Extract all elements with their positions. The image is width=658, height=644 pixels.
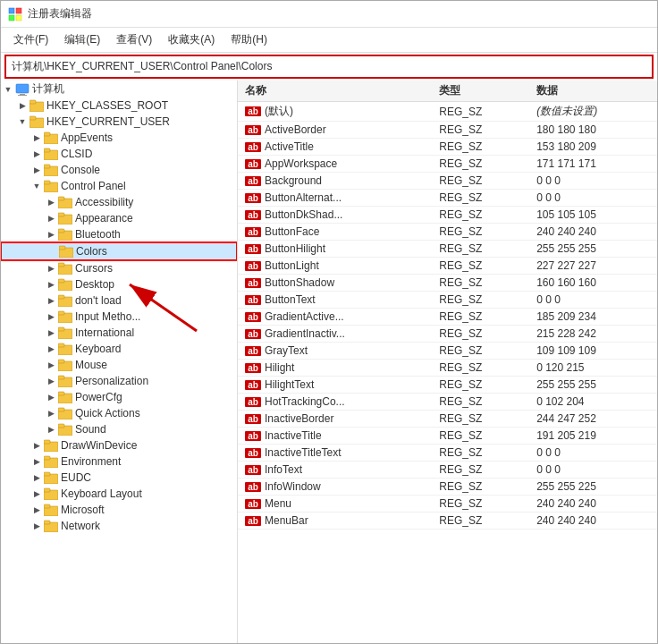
tree-item-appearance[interactable]: ▶ Appearance	[1, 210, 237, 226]
tree-item-network[interactable]: ▶ Network	[1, 518, 237, 534]
tree-item-console[interactable]: ▶ Console	[1, 162, 237, 178]
tree-expander-mouse[interactable]: ▶	[44, 358, 58, 372]
tree-expander-microsoft[interactable]: ▶	[30, 503, 44, 517]
tree-item-sound[interactable]: ▶ Sound	[1, 421, 237, 437]
table-row[interactable]: ab ButtonAlternat... REG_SZ 0 0 0	[238, 190, 657, 207]
tree-item-dontload[interactable]: ▶ don't load	[1, 292, 237, 309]
tree-item-keyboard[interactable]: ▶ Keyboard	[1, 341, 237, 357]
menu-view[interactable]: 查看(V)	[109, 30, 159, 50]
table-row[interactable]: ab GradientInactiv... REG_SZ 215 228 242	[238, 326, 657, 343]
table-row[interactable]: ab ButtonHilight REG_SZ 255 255 255	[238, 241, 657, 258]
tree-item-bluetooth[interactable]: ▶ Bluetooth	[1, 226, 237, 242]
tree-item-mouse[interactable]: ▶ Mouse	[1, 357, 237, 373]
table-row[interactable]: ab InfoText REG_SZ 0 0 0	[238, 462, 657, 479]
tree-item-eudc[interactable]: ▶ EUDC	[1, 470, 237, 486]
registry-values[interactable]: 名称 类型 数据 ab (默认) REG_SZ (数值未设置) ab Activ…	[238, 80, 657, 643]
table-row[interactable]: ab InactiveBorder REG_SZ 244 247 252	[238, 411, 657, 428]
tree-item-colors[interactable]: Colors	[1, 242, 237, 260]
tree-expander-international[interactable]: ▶	[44, 326, 58, 340]
tree-expander-bluetooth[interactable]: ▶	[44, 227, 58, 242]
tree-item-personalization[interactable]: ▶ Personalization	[1, 373, 237, 389]
col-type[interactable]: 类型	[432, 80, 529, 102]
table-row[interactable]: ab AppWorkspace REG_SZ 171 171 171	[238, 156, 657, 173]
tree-item-controlpanel[interactable]: ▼ Control Panel	[1, 178, 237, 194]
tree-expander-inputmethod[interactable]: ▶	[44, 309, 58, 324]
table-row[interactable]: ab Hilight REG_SZ 0 120 215	[238, 360, 657, 377]
tree-label-cursors: Cursors	[75, 262, 113, 275]
tree-item-desktop[interactable]: ▶ Desktop	[1, 276, 237, 292]
value-type: REG_SZ	[432, 377, 529, 394]
table-row[interactable]: ab InactiveTitleText REG_SZ 0 0 0	[238, 445, 657, 462]
menu-favorites[interactable]: 收藏夹(A)	[161, 30, 222, 50]
tree-expander-quickactions[interactable]: ▶	[44, 406, 58, 420]
value-type: REG_SZ	[432, 496, 529, 513]
tree-expander-personalization[interactable]: ▶	[44, 374, 58, 388]
tree-item-hkcr[interactable]: ▶ HKEY_CLASSES_ROOT	[1, 97, 237, 114]
table-row[interactable]: ab GrayText REG_SZ 109 109 109	[238, 343, 657, 360]
table-row[interactable]: ab ButtonFace REG_SZ 240 240 240	[238, 224, 657, 241]
table-row[interactable]: ab ButtonDkShad... REG_SZ 105 105 105	[238, 207, 657, 224]
tree-expander-accessibility[interactable]: ▶	[44, 195, 58, 209]
tree-item-drawwindevice[interactable]: ▶ DrawWinDevice	[1, 437, 237, 453]
tree-expander-dontload[interactable]: ▶	[44, 293, 58, 308]
value-type: REG_SZ	[432, 139, 529, 156]
tree-expander-keyboard[interactable]: ▶	[44, 342, 58, 356]
address-bar[interactable]: 计算机\HKEY_CURRENT_USER\Control Panel\Colo…	[4, 55, 654, 79]
tree-item-keyboardlayout[interactable]: ▶ Keyboard Layout	[1, 486, 237, 502]
tree-expander-clsid[interactable]: ▶	[30, 147, 44, 161]
tree-item-hkcu[interactable]: ▼ HKEY_CURRENT_USER	[1, 114, 237, 130]
svg-rect-12	[44, 132, 50, 136]
tree-expander-keyboardlayout[interactable]: ▶	[30, 487, 44, 501]
tree-expander-computer[interactable]: ▼	[1, 82, 15, 97]
tree-item-powercfg[interactable]: ▶ PowerCfg	[1, 389, 237, 405]
tree-expander-appearance[interactable]: ▶	[44, 211, 58, 225]
tree-expander-controlpanel[interactable]: ▼	[30, 179, 44, 193]
tree-expander-drawwindevice[interactable]: ▶	[30, 438, 44, 453]
tree-item-quickactions[interactable]: ▶ Quick Actions	[1, 405, 237, 421]
table-row[interactable]: ab ButtonText REG_SZ 0 0 0	[238, 292, 657, 309]
tree-label-drawwindevice: DrawWinDevice	[61, 439, 137, 452]
tree-expander-environment[interactable]: ▶	[30, 454, 44, 469]
col-data[interactable]: 数据	[529, 80, 657, 102]
table-row[interactable]: ab ActiveBorder REG_SZ 180 180 180	[238, 122, 657, 139]
folder-icon-console	[44, 164, 58, 176]
menu-edit[interactable]: 编辑(E)	[57, 30, 107, 50]
tree-item-appevents[interactable]: ▶ AppEvents	[1, 130, 237, 146]
tree-expander-hkcu[interactable]: ▼	[15, 114, 30, 129]
tree-expander-desktop[interactable]: ▶	[44, 277, 58, 292]
table-row[interactable]: ab ButtonLight REG_SZ 227 227 227	[238, 258, 657, 275]
tree-item-accessibility[interactable]: ▶ Accessibility	[1, 194, 237, 210]
menu-file[interactable]: 文件(F)	[6, 30, 55, 50]
tree-item-inputmethod[interactable]: ▶ Input Metho...	[1, 309, 237, 325]
tree-expander-console[interactable]: ▶	[30, 163, 44, 177]
registry-tree[interactable]: ▼ 计算机▶ HKEY_CLASSES_ROOT▼ HKEY_CURRENT_U…	[1, 80, 238, 643]
table-row[interactable]: ab HilightText REG_SZ 255 255 255	[238, 377, 657, 394]
table-row[interactable]: ab InactiveTitle REG_SZ 191 205 219	[238, 428, 657, 445]
tree-expander-eudc[interactable]: ▶	[30, 470, 44, 485]
tree-item-microsoft[interactable]: ▶ Microsoft	[1, 502, 237, 518]
tree-item-international[interactable]: ▶ International	[1, 325, 237, 341]
table-row[interactable]: ab MenuBar REG_SZ 240 240 240	[238, 513, 657, 530]
menu-help[interactable]: 帮助(H)	[224, 30, 274, 50]
col-name[interactable]: 名称	[238, 80, 432, 102]
tree-item-computer[interactable]: ▼ 计算机	[1, 80, 237, 97]
table-row[interactable]: ab HotTrackingCo... REG_SZ 0 102 204	[238, 394, 657, 411]
tree-item-environment[interactable]: ▶ Environment	[1, 453, 237, 470]
table-row[interactable]: ab (默认) REG_SZ (数值未设置)	[238, 102, 657, 122]
tree-expander-sound[interactable]: ▶	[44, 422, 58, 436]
tree-expander-hkcr[interactable]: ▶	[15, 98, 30, 113]
tree-expander-cursors[interactable]: ▶	[44, 261, 58, 275]
tree-item-clsid[interactable]: ▶ CLSID	[1, 146, 237, 162]
table-row[interactable]: ab ButtonShadow REG_SZ 160 160 160	[238, 275, 657, 292]
table-row[interactable]: ab InfoWindow REG_SZ 255 255 225	[238, 479, 657, 496]
table-row[interactable]: ab ActiveTitle REG_SZ 153 180 209	[238, 139, 657, 156]
value-name: ab InfoWindow	[238, 479, 432, 496]
table-row[interactable]: ab Menu REG_SZ 240 240 240	[238, 496, 657, 513]
tree-expander-powercfg[interactable]: ▶	[44, 390, 58, 404]
table-row[interactable]: ab Background REG_SZ 0 0 0	[238, 173, 657, 190]
tree-expander-appevents[interactable]: ▶	[30, 131, 44, 145]
table-row[interactable]: ab GradientActive... REG_SZ 185 209 234	[238, 309, 657, 326]
tree-expander-network[interactable]: ▶	[30, 519, 44, 533]
tree-item-cursors[interactable]: ▶ Cursors	[1, 260, 237, 276]
value-type: REG_SZ	[432, 513, 529, 530]
